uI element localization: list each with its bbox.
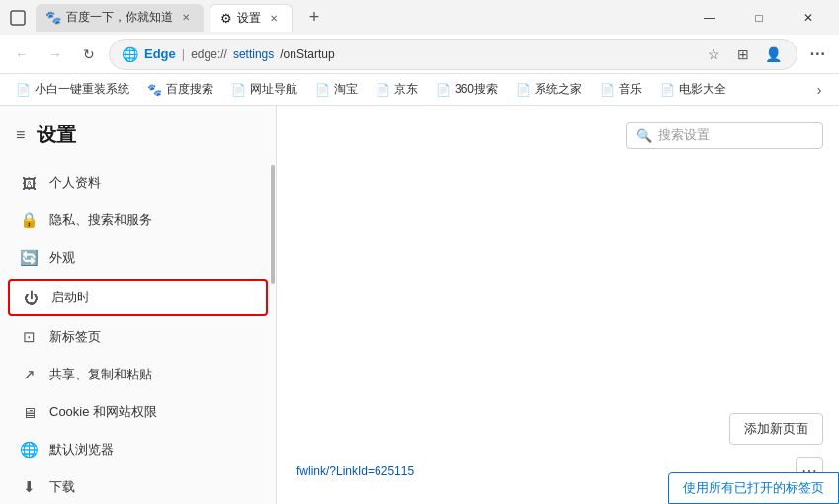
edge-icon: 🌐 xyxy=(122,46,138,62)
sidebar-item-download[interactable]: ⬇ 下载 xyxy=(0,468,276,504)
sidebar-item-share[interactable]: ↗ 共享、复制和粘贴 xyxy=(0,356,276,393)
tab-settings-icon: ⚙ xyxy=(220,11,232,26)
bookmark-music-icon: 📄 xyxy=(600,83,615,97)
sidebar-item-privacy-label: 隐私、搜索和服务 xyxy=(49,211,152,229)
sidebar-item-appearance-label: 外观 xyxy=(49,249,75,267)
url-scheme: edge:// xyxy=(191,47,227,61)
bookmark-baidu-icon: 🐾 xyxy=(147,83,162,97)
collection-icon[interactable]: ⊞ xyxy=(731,42,755,66)
sidebar-item-newtab[interactable]: ⊡ 新标签页 xyxy=(0,318,276,356)
edge-label: Edge xyxy=(144,46,176,61)
newtab-nav-icon: ⊡ xyxy=(20,328,38,346)
bookmark-taobao[interactable]: 📄 淘宝 xyxy=(307,77,366,102)
bookmark-xiaobai-icon: 📄 xyxy=(16,83,31,97)
bookmark-xiaobai-label: 小白一键重装系统 xyxy=(35,81,129,98)
url-path: settings xyxy=(233,47,274,61)
bookmark-360[interactable]: 📄 360搜索 xyxy=(428,77,506,102)
bookmark-movie[interactable]: 📄 电影大全 xyxy=(652,77,734,102)
sidebar-item-profile[interactable]: 🖼 个人资料 xyxy=(0,164,276,202)
bookmark-music[interactable]: 📄 音乐 xyxy=(592,77,650,102)
more-options-button[interactable]: ⋯ xyxy=(803,41,831,68)
minimize-button[interactable]: — xyxy=(687,0,732,35)
add-new-page-button[interactable]: 添加新页面 xyxy=(729,413,823,445)
sidebar-title: 设置 xyxy=(37,122,76,148)
svg-rect-0 xyxy=(11,11,25,25)
sidebar-item-cookies-label: Cookie 和网站权限 xyxy=(49,403,157,421)
bookmark-taobao-label: 淘宝 xyxy=(334,81,358,98)
url-link[interactable]: fwlink/?LinkId=625115 xyxy=(296,464,414,478)
sidebar-item-default-browser-label: 默认浏览器 xyxy=(49,441,114,459)
tab-baidu-label: 百度一下，你就知道 xyxy=(66,9,173,26)
bookmark-wangzhi[interactable]: 📄 网址导航 xyxy=(223,77,305,102)
maximize-button[interactable]: □ xyxy=(736,0,782,35)
download-nav-icon: ⬇ xyxy=(20,478,38,496)
appearance-nav-icon: 🔄 xyxy=(20,249,38,267)
window-icon xyxy=(8,8,28,28)
use-all-tabs-button[interactable]: 使用所有已打开的标签页 xyxy=(668,472,839,504)
bookmark-xiaobai[interactable]: 📄 小白一键重装系统 xyxy=(8,77,137,102)
bookmarks-more-button[interactable]: › xyxy=(807,78,831,102)
bookmark-360-label: 360搜索 xyxy=(455,81,498,98)
back-button[interactable]: ← xyxy=(8,41,36,68)
sidebar-item-share-label: 共享、复制和粘贴 xyxy=(49,366,152,383)
refresh-button[interactable]: ↻ xyxy=(75,41,103,68)
privacy-nav-icon: 🔒 xyxy=(20,211,38,229)
sidebar-item-appearance[interactable]: 🔄 外观 xyxy=(0,239,276,277)
bookmark-wangzhi-label: 网址导航 xyxy=(250,81,297,98)
new-tab-button[interactable]: + xyxy=(300,4,328,32)
sidebar: ≡ 设置 🖼 个人资料 🔒 隐私、搜索和服务 🔄 外观 xyxy=(0,106,277,504)
sidebar-item-startup[interactable]: ⏻ 启动时 xyxy=(8,279,268,316)
search-settings-placeholder: 搜索设置 xyxy=(658,126,710,144)
bookmark-baidu-label: 百度搜索 xyxy=(166,81,213,98)
tab-settings-close[interactable]: ✕ xyxy=(266,10,282,26)
close-button[interactable]: ✕ xyxy=(786,0,831,35)
sidebar-item-profile-label: 个人资料 xyxy=(49,174,101,192)
forward-button[interactable]: → xyxy=(42,41,69,68)
search-settings-icon: 🔍 xyxy=(636,128,652,143)
search-settings-bar[interactable]: 🔍 搜索设置 xyxy=(626,122,823,149)
address-bar: ← → ↻ 🌐 Edge | edge://settings/onStartup… xyxy=(0,35,839,74)
sidebar-item-download-label: 下载 xyxy=(49,478,75,496)
tab-baidu-icon: 🐾 xyxy=(45,10,61,25)
bookmark-movie-icon: 📄 xyxy=(660,83,675,97)
bookmark-jd[interactable]: 📄 京东 xyxy=(368,77,426,102)
sidebar-nav: 🖼 个人资料 🔒 隐私、搜索和服务 🔄 外观 ⏻ 启动时 xyxy=(0,164,276,504)
startup-nav-icon: ⏻ xyxy=(22,289,40,306)
bookmark-xitong-icon: 📄 xyxy=(516,83,531,97)
sidebar-item-newtab-label: 新标签页 xyxy=(49,328,101,346)
sidebar-item-default-browser[interactable]: 🌐 默认浏览器 xyxy=(0,431,276,468)
bookmark-music-label: 音乐 xyxy=(619,81,642,98)
url-bar[interactable]: 🌐 Edge | edge://settings/onStartup ☆ ⊞ 👤 xyxy=(109,39,797,70)
cookies-nav-icon: 🖥 xyxy=(20,403,38,421)
hamburger-menu-button[interactable]: ≡ xyxy=(16,126,25,144)
bookmark-xitong-label: 系统之家 xyxy=(535,81,582,98)
bookmarks-bar: 📄 小白一键重装系统 🐾 百度搜索 📄 网址导航 📄 淘宝 📄 京东 📄 360… xyxy=(0,74,839,106)
sidebar-item-cookies[interactable]: 🖥 Cookie 和网站权限 xyxy=(0,393,276,431)
content-area: 🔍 搜索设置 添加新页面 fwlink/?LinkId=625115 ⋯ 使用所… xyxy=(277,106,839,504)
bookmark-taobao-icon: 📄 xyxy=(315,83,330,97)
sidebar-item-startup-label: 启动时 xyxy=(51,289,90,306)
tab-baidu[interactable]: 🐾 百度一下，你就知道 ✕ xyxy=(36,4,204,32)
default-browser-nav-icon: 🌐 xyxy=(20,441,38,459)
sidebar-item-privacy[interactable]: 🔒 隐私、搜索和服务 xyxy=(0,202,276,239)
bookmark-baidu[interactable]: 🐾 百度搜索 xyxy=(139,77,221,102)
bookmark-jd-icon: 📄 xyxy=(376,83,390,97)
profile-nav-icon: 🖼 xyxy=(20,174,38,192)
tab-settings[interactable]: ⚙ 设置 ✕ xyxy=(210,4,293,32)
url-rest: /onStartup xyxy=(280,47,334,61)
bookmark-jd-label: 京东 xyxy=(394,81,418,98)
url-separator: | xyxy=(182,46,185,61)
sidebar-scrollbar[interactable] xyxy=(271,165,275,284)
profile-icon[interactable]: 👤 xyxy=(761,42,785,66)
bookmark-wangzhi-icon: 📄 xyxy=(231,83,246,97)
tab-baidu-close[interactable]: ✕ xyxy=(178,10,194,26)
star-icon[interactable]: ☆ xyxy=(702,42,725,66)
main-content: ≡ 设置 🖼 个人资料 🔒 隐私、搜索和服务 🔄 外观 xyxy=(0,106,839,504)
bookmark-xitong[interactable]: 📄 系统之家 xyxy=(508,77,590,102)
tab-settings-label: 设置 xyxy=(237,10,261,27)
bookmark-360-icon: 📄 xyxy=(436,83,451,97)
bookmark-movie-label: 电影大全 xyxy=(679,81,726,98)
share-nav-icon: ↗ xyxy=(20,366,38,383)
